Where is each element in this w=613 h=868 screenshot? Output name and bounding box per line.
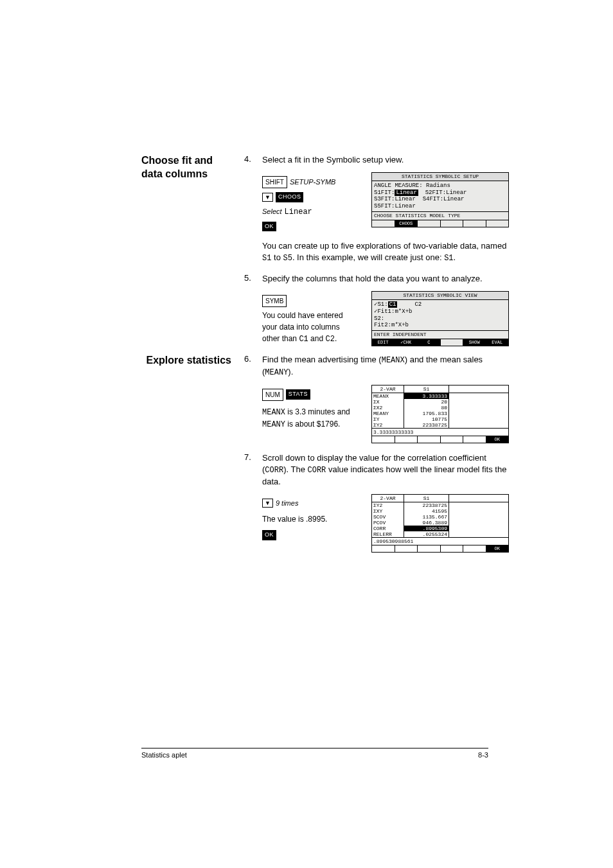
label-setup-symb: SETUP-SYMB [290,177,336,188]
step-5-text: Specify the columns that hold the data y… [262,273,509,285]
footer-title: Statistics aplet [141,751,187,759]
label-select: Select [262,206,282,217]
key-shift: SHIFT [262,176,287,188]
footer-page-number: 8-3 [478,751,488,759]
calculator-screen-stats-1: 2-VARS1 MEANX3.333333ΣX20ΣX280MEANY1795.… [371,385,509,443]
paragraph-explorations: You can create up to five explorations o… [262,240,509,264]
paragraph-mean-values: MEANX is 3.3 minutes and MEANY is about … [262,406,359,430]
paragraph-columns-note: You could have entered your data into co… [262,310,359,345]
key-stats: STATS [286,389,310,400]
key-choos: CHOOS [276,192,304,202]
label-9-times: 9 times [276,498,298,509]
key-down-icon: ▼ [262,193,273,202]
step-6-number: 6. [244,354,256,378]
calculator-screen-stats-2: 2-VARS1 ΣY222338725ΣXY41595SCOV1135.667P… [371,494,509,553]
step-7-number: 7. [244,452,256,488]
step-4-text: Select a fit in the Symbolic setup view. [262,154,509,166]
step-6-text: Find the mean advertising time (MEANX) a… [262,354,509,378]
key-ok: OK [262,222,276,232]
value-linear: Linear [285,206,312,218]
key-ok-2: OK [262,530,276,540]
heading-choose-fit: Choose fit and data columns [141,154,231,346]
heading-explore-statistics: Explore statistics [141,354,231,553]
key-num: NUM [262,389,283,401]
step-4-number: 4. [244,154,256,166]
step-5-number: 5. [244,273,256,285]
key-down-icon-2: ▼ [262,499,273,508]
calculator-screen-symbolic: STATISTICS SYMBOLIC VIEW ✓S1:C1 C2 ✓Fit1… [371,291,509,346]
key-symb: SYMB [262,295,287,307]
page-footer: Statistics aplet 8-3 [141,748,488,759]
calculator-screen-setup: STATISTICS SYMBOLIC SETUP ANGLE MEASURE:… [371,172,509,227]
paragraph-corr-value: The value is .8995. [262,513,359,525]
step-7-text: Scroll down to display the value for the… [262,452,509,488]
